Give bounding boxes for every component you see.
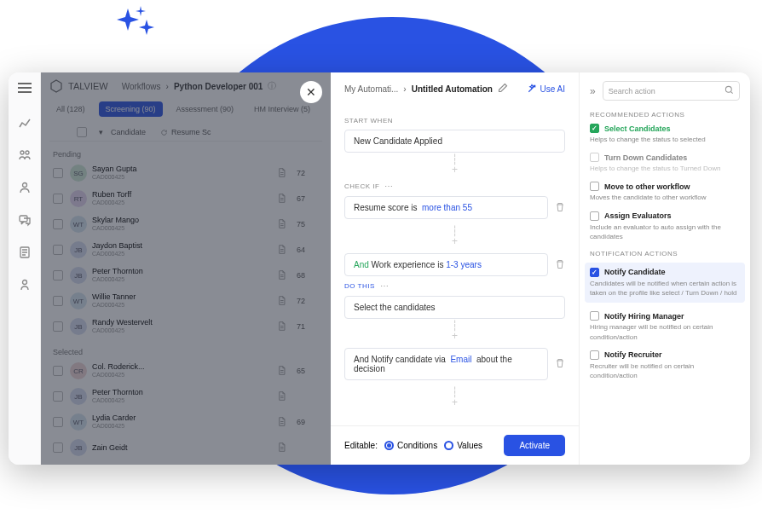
condition-1[interactable]: Resume score is more than 55 xyxy=(344,196,548,219)
delete-icon[interactable] xyxy=(555,202,565,214)
start-when-label: START WHEN xyxy=(344,117,565,124)
svg-point-6 xyxy=(725,86,731,92)
connector-icon: ┆+ xyxy=(344,153,565,176)
more-icon[interactable]: ⋯ xyxy=(380,281,390,291)
actions-panel: » Search action RECOMMENDED ACTIONS ✓Sel… xyxy=(580,72,750,465)
menu-icon[interactable] xyxy=(18,83,32,93)
checkbox-icon: ✓ xyxy=(590,268,599,277)
checkbox-icon xyxy=(590,182,599,191)
action-turn-down[interactable]: Turn Down CandidatesHelps to change the … xyxy=(590,153,740,173)
action-notify-hiring-manager[interactable]: Notify Hiring ManagerHiring manager will… xyxy=(590,311,740,341)
search-icon xyxy=(724,85,734,96)
more-icon[interactable]: ⋯ xyxy=(384,182,394,191)
action-move-workflow[interactable]: Move to other workflowMoves the candidat… xyxy=(590,182,740,202)
sparkle-decoration xyxy=(111,4,162,50)
notification-section: NOTIFICATION ACTIONS xyxy=(590,250,740,257)
checkbox-icon: ✓ xyxy=(590,124,599,133)
action-1[interactable]: Select the candidates xyxy=(344,296,565,319)
collapse-icon[interactable]: » xyxy=(590,85,596,97)
breadcrumb-parent[interactable]: My Automati... xyxy=(344,84,398,94)
automation-builder-panel: My Automati... › Untitled Automation Use… xyxy=(331,72,580,465)
use-ai-button[interactable]: Use AI xyxy=(527,84,565,94)
trigger-box[interactable]: New Candidate Applied xyxy=(344,130,565,153)
radio-values[interactable] xyxy=(444,441,453,450)
action-select-candidates[interactable]: ✓Select CandidatesHelps to change the st… xyxy=(590,124,740,144)
delete-icon[interactable] xyxy=(555,358,565,370)
notes-icon[interactable] xyxy=(17,245,32,260)
checkbox-icon xyxy=(590,211,599,221)
candidate-list-panel: TALVIEW Workflows › Python Developer 001… xyxy=(41,72,331,465)
action-notify-candidate[interactable]: ✓Notify CandidateCandidates will be noti… xyxy=(585,263,745,303)
radio-conditions[interactable] xyxy=(384,441,394,450)
close-button[interactable]: ✕ xyxy=(300,81,322,103)
editable-label: Editable: xyxy=(344,441,378,450)
svg-point-5 xyxy=(22,280,26,285)
left-nav-rail xyxy=(9,72,41,465)
check-if-label: CHECK IF⋯ xyxy=(344,182,565,191)
condition-2[interactable]: And Work experience is 1-3 years xyxy=(344,253,548,276)
svg-point-1 xyxy=(26,151,29,154)
do-this-label: DO THIS⋯ xyxy=(344,281,565,291)
connector-icon: ┆+ xyxy=(344,224,565,248)
automation-title: Untitled Automation xyxy=(412,84,493,94)
chat-icon[interactable] xyxy=(17,212,32,228)
modal-overlay xyxy=(41,72,331,465)
search-input[interactable]: Search action xyxy=(603,81,740,101)
app-window: TALVIEW Workflows › Python Developer 001… xyxy=(9,72,750,465)
analytics-icon[interactable] xyxy=(17,115,32,130)
connector-icon: ┆+ xyxy=(344,385,565,409)
edit-icon[interactable] xyxy=(498,83,508,95)
activate-button[interactable]: Activate xyxy=(504,435,565,456)
delete-icon[interactable] xyxy=(555,259,565,271)
action-notify-recruiter[interactable]: Notify RecruiterRecruiter will be notifi… xyxy=(590,350,740,380)
user-icon[interactable] xyxy=(17,180,32,195)
recommended-section: RECOMMENDED ACTIONS xyxy=(590,111,740,119)
svg-point-0 xyxy=(20,151,24,154)
connector-icon: ┆+ xyxy=(344,319,565,343)
chevron-right-icon: › xyxy=(403,84,406,94)
users-icon[interactable] xyxy=(17,147,32,163)
checkbox-icon xyxy=(590,350,599,360)
svg-point-2 xyxy=(22,183,26,188)
action-2[interactable]: And Notify candidate via Email about the… xyxy=(344,348,548,380)
checkbox-icon xyxy=(590,311,599,321)
action-assign-evaluators[interactable]: Assign EvaluatorsInclude an evaluator to… xyxy=(590,211,740,241)
checkbox-icon xyxy=(590,153,599,162)
person-icon[interactable] xyxy=(17,277,32,292)
